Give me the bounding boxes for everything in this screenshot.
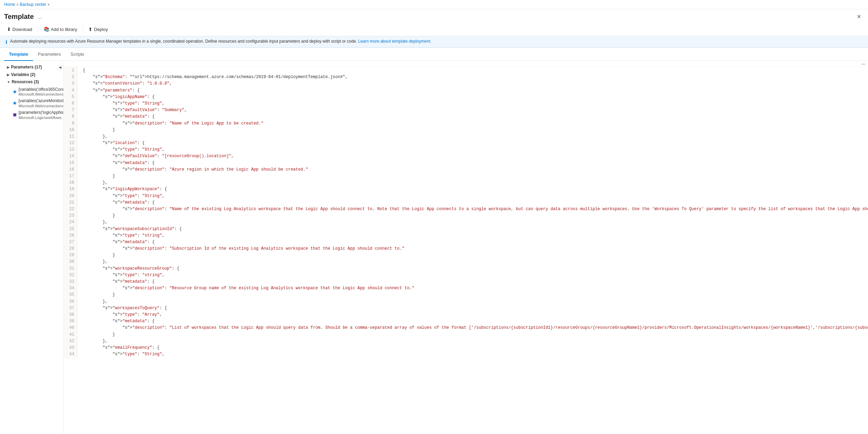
tree-group-variables[interactable]: ▶ Variables (2)	[0, 71, 63, 79]
tree-resource-3[interactable]: [parameters('logicAppName')] Microsoft.L…	[0, 109, 63, 121]
tab-template[interactable]: Template	[4, 48, 33, 61]
page-title: Template	[4, 13, 34, 21]
deploy-label: Deploy	[94, 27, 108, 32]
collapse-panel-button[interactable]: ◀	[57, 64, 64, 70]
svg-point-3	[14, 102, 16, 104]
title-more-button[interactable]: ...	[36, 13, 43, 20]
deploy-icon: ⬆	[88, 26, 92, 32]
connection-icon-1	[12, 89, 17, 94]
resource-3-name: [parameters('logicAppName')]	[19, 110, 60, 116]
logic-app-icon	[12, 112, 17, 117]
main-area: ◀ ▶ Parameters (17) ▶ Variables (2) ▼ Re…	[0, 61, 868, 434]
breadcrumb-sep2: >	[48, 3, 50, 7]
breadcrumb: Home > Backup center >	[0, 0, 868, 9]
editor-header: —	[64, 61, 868, 67]
resource-2-name: [variables('azureMonitorLogsConn...	[19, 98, 60, 104]
toolbar-divider-2	[82, 26, 83, 33]
resources-group-label: Resources (3)	[12, 79, 39, 85]
resource-1-type: Microsoft.Web/connections	[19, 92, 60, 96]
resource-3-type: Microsoft.Logic/workflows	[19, 116, 60, 120]
tree-group-resources[interactable]: ▼ Resources (3)	[0, 78, 63, 86]
breadcrumb-home[interactable]: Home	[4, 2, 15, 7]
tab-parameters[interactable]: Parameters	[33, 48, 66, 61]
tab-scripts[interactable]: Scripts	[66, 48, 89, 61]
resource-1-name: [variables('office365ConnectionNa...	[19, 87, 60, 93]
code-content[interactable]: { "s">"$schema": ""url">https://schema.m…	[77, 67, 868, 358]
deploy-button[interactable]: ⬆ Deploy	[86, 25, 110, 34]
tree-group-parameters[interactable]: ▶ Parameters (17)	[0, 64, 63, 71]
code-container: 1234567891011121314151617181920212223242…	[64, 67, 868, 358]
connection-icon-2	[12, 101, 17, 106]
resource-2-type: Microsoft.Web/connections	[19, 104, 60, 108]
add-to-library-label: Add to library	[51, 27, 77, 32]
toolbar: ⬇ Download 📚 Add to library ⬆ Deploy	[0, 23, 868, 36]
toolbar-divider-1	[38, 26, 38, 33]
breadcrumb-backup-center[interactable]: Backup center	[20, 2, 46, 7]
expand-variables-icon: ▶	[7, 73, 10, 77]
parameters-group-label: Parameters (17)	[11, 65, 42, 70]
minimize-editor-icon[interactable]: —	[861, 62, 865, 66]
info-text: Automate deploying resources with Azure …	[10, 39, 431, 44]
left-panel: ◀ ▶ Parameters (17) ▶ Variables (2) ▼ Re…	[0, 61, 64, 434]
download-icon: ⬇	[7, 26, 11, 32]
expand-parameters-icon: ▶	[7, 65, 10, 69]
breadcrumb-sep1: >	[16, 3, 19, 7]
expand-resources-icon: ▼	[7, 80, 10, 84]
close-button[interactable]: ✕	[854, 12, 864, 21]
tree-resource-1[interactable]: [variables('office365ConnectionNa... Mic…	[0, 86, 63, 98]
download-label: Download	[12, 27, 32, 32]
variables-group-label: Variables (2)	[11, 72, 35, 78]
info-icon: ℹ	[5, 39, 7, 45]
tree-resource-2[interactable]: [variables('azureMonitorLogsConn... Micr…	[0, 97, 63, 109]
download-button[interactable]: ⬇ Download	[4, 25, 35, 34]
add-to-library-button[interactable]: 📚 Add to library	[41, 25, 80, 34]
line-numbers: 1234567891011121314151617181920212223242…	[64, 67, 77, 358]
editor-area: — 12345678910111213141516171819202122232…	[64, 61, 868, 434]
tabs-bar: Template Parameters Scripts	[0, 48, 868, 61]
info-link[interactable]: Learn more about template deployment.	[358, 39, 431, 44]
editor-scroll[interactable]: 1234567891011121314151617181920212223242…	[64, 67, 868, 434]
svg-point-1	[14, 91, 16, 93]
add-to-library-icon: 📚	[44, 26, 49, 32]
svg-rect-5	[13, 113, 16, 116]
info-banner: ℹ Automate deploying resources with Azur…	[0, 36, 868, 48]
